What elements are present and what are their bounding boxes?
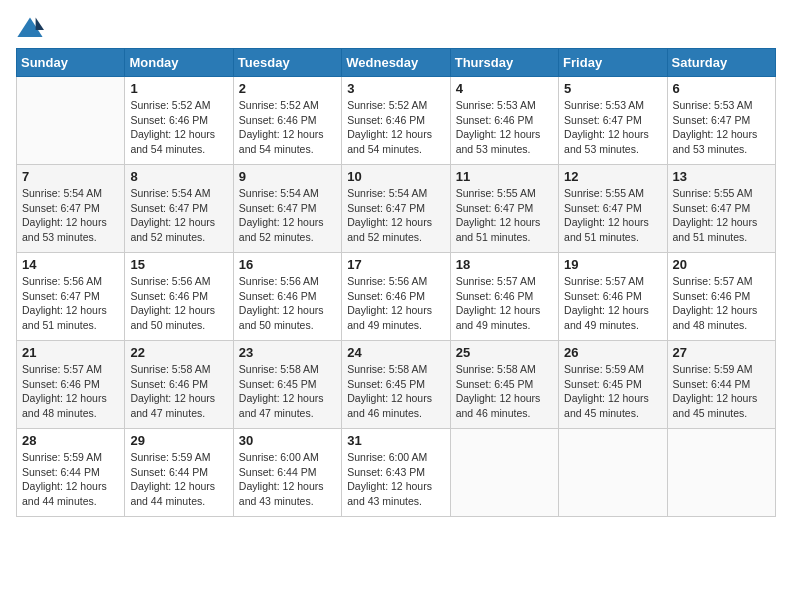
calendar-week-row: 7Sunrise: 5:54 AM Sunset: 6:47 PM Daylig… (17, 165, 776, 253)
day-number: 11 (456, 169, 553, 184)
calendar-cell: 7Sunrise: 5:54 AM Sunset: 6:47 PM Daylig… (17, 165, 125, 253)
calendar-cell: 27Sunrise: 5:59 AM Sunset: 6:44 PM Dayli… (667, 341, 775, 429)
day-info: Sunrise: 5:54 AM Sunset: 6:47 PM Dayligh… (22, 186, 119, 245)
calendar-header-thursday: Thursday (450, 49, 558, 77)
day-number: 10 (347, 169, 444, 184)
day-number: 1 (130, 81, 227, 96)
day-info: Sunrise: 5:59 AM Sunset: 6:45 PM Dayligh… (564, 362, 661, 421)
calendar-table: SundayMondayTuesdayWednesdayThursdayFrid… (16, 48, 776, 517)
day-number: 19 (564, 257, 661, 272)
day-number: 4 (456, 81, 553, 96)
day-number: 27 (673, 345, 770, 360)
calendar-cell: 11Sunrise: 5:55 AM Sunset: 6:47 PM Dayli… (450, 165, 558, 253)
day-info: Sunrise: 5:52 AM Sunset: 6:46 PM Dayligh… (130, 98, 227, 157)
day-info: Sunrise: 5:58 AM Sunset: 6:45 PM Dayligh… (347, 362, 444, 421)
day-number: 18 (456, 257, 553, 272)
calendar-header-sunday: Sunday (17, 49, 125, 77)
calendar-cell: 12Sunrise: 5:55 AM Sunset: 6:47 PM Dayli… (559, 165, 667, 253)
day-info: Sunrise: 5:54 AM Sunset: 6:47 PM Dayligh… (239, 186, 336, 245)
calendar-cell: 8Sunrise: 5:54 AM Sunset: 6:47 PM Daylig… (125, 165, 233, 253)
logo (16, 16, 48, 40)
day-number: 5 (564, 81, 661, 96)
day-number: 24 (347, 345, 444, 360)
day-number: 23 (239, 345, 336, 360)
calendar-cell: 23Sunrise: 5:58 AM Sunset: 6:45 PM Dayli… (233, 341, 341, 429)
calendar-cell: 1Sunrise: 5:52 AM Sunset: 6:46 PM Daylig… (125, 77, 233, 165)
day-number: 13 (673, 169, 770, 184)
calendar-cell: 25Sunrise: 5:58 AM Sunset: 6:45 PM Dayli… (450, 341, 558, 429)
day-number: 26 (564, 345, 661, 360)
calendar-week-row: 14Sunrise: 5:56 AM Sunset: 6:47 PM Dayli… (17, 253, 776, 341)
calendar-cell: 21Sunrise: 5:57 AM Sunset: 6:46 PM Dayli… (17, 341, 125, 429)
day-info: Sunrise: 5:56 AM Sunset: 6:46 PM Dayligh… (130, 274, 227, 333)
day-info: Sunrise: 5:59 AM Sunset: 6:44 PM Dayligh… (130, 450, 227, 509)
day-info: Sunrise: 5:59 AM Sunset: 6:44 PM Dayligh… (22, 450, 119, 509)
calendar-cell: 9Sunrise: 5:54 AM Sunset: 6:47 PM Daylig… (233, 165, 341, 253)
day-number: 8 (130, 169, 227, 184)
calendar-cell: 22Sunrise: 5:58 AM Sunset: 6:46 PM Dayli… (125, 341, 233, 429)
day-number: 20 (673, 257, 770, 272)
calendar-cell: 15Sunrise: 5:56 AM Sunset: 6:46 PM Dayli… (125, 253, 233, 341)
day-info: Sunrise: 5:57 AM Sunset: 6:46 PM Dayligh… (22, 362, 119, 421)
calendar-cell: 13Sunrise: 5:55 AM Sunset: 6:47 PM Dayli… (667, 165, 775, 253)
day-info: Sunrise: 5:57 AM Sunset: 6:46 PM Dayligh… (456, 274, 553, 333)
calendar-cell: 29Sunrise: 5:59 AM Sunset: 6:44 PM Dayli… (125, 429, 233, 517)
day-number: 25 (456, 345, 553, 360)
calendar-cell: 28Sunrise: 5:59 AM Sunset: 6:44 PM Dayli… (17, 429, 125, 517)
calendar-header-tuesday: Tuesday (233, 49, 341, 77)
calendar-header-monday: Monday (125, 49, 233, 77)
day-number: 6 (673, 81, 770, 96)
day-info: Sunrise: 5:55 AM Sunset: 6:47 PM Dayligh… (673, 186, 770, 245)
day-info: Sunrise: 6:00 AM Sunset: 6:43 PM Dayligh… (347, 450, 444, 509)
calendar-cell: 4Sunrise: 5:53 AM Sunset: 6:46 PM Daylig… (450, 77, 558, 165)
day-number: 16 (239, 257, 336, 272)
calendar-cell: 31Sunrise: 6:00 AM Sunset: 6:43 PM Dayli… (342, 429, 450, 517)
day-number: 7 (22, 169, 119, 184)
calendar-header-wednesday: Wednesday (342, 49, 450, 77)
day-info: Sunrise: 5:53 AM Sunset: 6:47 PM Dayligh… (564, 98, 661, 157)
calendar-cell (17, 77, 125, 165)
day-info: Sunrise: 5:58 AM Sunset: 6:45 PM Dayligh… (456, 362, 553, 421)
calendar-cell: 26Sunrise: 5:59 AM Sunset: 6:45 PM Dayli… (559, 341, 667, 429)
calendar-cell: 17Sunrise: 5:56 AM Sunset: 6:46 PM Dayli… (342, 253, 450, 341)
day-info: Sunrise: 5:57 AM Sunset: 6:46 PM Dayligh… (564, 274, 661, 333)
day-info: Sunrise: 5:54 AM Sunset: 6:47 PM Dayligh… (130, 186, 227, 245)
day-number: 21 (22, 345, 119, 360)
day-number: 15 (130, 257, 227, 272)
day-info: Sunrise: 5:56 AM Sunset: 6:47 PM Dayligh… (22, 274, 119, 333)
day-number: 22 (130, 345, 227, 360)
calendar-cell: 6Sunrise: 5:53 AM Sunset: 6:47 PM Daylig… (667, 77, 775, 165)
day-number: 17 (347, 257, 444, 272)
day-number: 9 (239, 169, 336, 184)
day-info: Sunrise: 5:55 AM Sunset: 6:47 PM Dayligh… (564, 186, 661, 245)
calendar-cell: 18Sunrise: 5:57 AM Sunset: 6:46 PM Dayli… (450, 253, 558, 341)
day-number: 31 (347, 433, 444, 448)
calendar-week-row: 1Sunrise: 5:52 AM Sunset: 6:46 PM Daylig… (17, 77, 776, 165)
day-number: 12 (564, 169, 661, 184)
calendar-header-row: SundayMondayTuesdayWednesdayThursdayFrid… (17, 49, 776, 77)
day-number: 2 (239, 81, 336, 96)
day-info: Sunrise: 5:59 AM Sunset: 6:44 PM Dayligh… (673, 362, 770, 421)
calendar-week-row: 21Sunrise: 5:57 AM Sunset: 6:46 PM Dayli… (17, 341, 776, 429)
calendar-cell: 3Sunrise: 5:52 AM Sunset: 6:46 PM Daylig… (342, 77, 450, 165)
day-info: Sunrise: 5:56 AM Sunset: 6:46 PM Dayligh… (239, 274, 336, 333)
day-number: 28 (22, 433, 119, 448)
calendar-cell: 14Sunrise: 5:56 AM Sunset: 6:47 PM Dayli… (17, 253, 125, 341)
day-info: Sunrise: 5:53 AM Sunset: 6:46 PM Dayligh… (456, 98, 553, 157)
calendar-cell: 2Sunrise: 5:52 AM Sunset: 6:46 PM Daylig… (233, 77, 341, 165)
calendar-cell (559, 429, 667, 517)
calendar-week-row: 28Sunrise: 5:59 AM Sunset: 6:44 PM Dayli… (17, 429, 776, 517)
calendar-header-saturday: Saturday (667, 49, 775, 77)
calendar-cell: 10Sunrise: 5:54 AM Sunset: 6:47 PM Dayli… (342, 165, 450, 253)
day-number: 29 (130, 433, 227, 448)
day-info: Sunrise: 5:55 AM Sunset: 6:47 PM Dayligh… (456, 186, 553, 245)
calendar-cell: 24Sunrise: 5:58 AM Sunset: 6:45 PM Dayli… (342, 341, 450, 429)
day-number: 3 (347, 81, 444, 96)
day-number: 30 (239, 433, 336, 448)
calendar-cell: 19Sunrise: 5:57 AM Sunset: 6:46 PM Dayli… (559, 253, 667, 341)
day-info: Sunrise: 5:56 AM Sunset: 6:46 PM Dayligh… (347, 274, 444, 333)
page-header (16, 16, 776, 40)
calendar-cell (450, 429, 558, 517)
day-info: Sunrise: 5:52 AM Sunset: 6:46 PM Dayligh… (347, 98, 444, 157)
day-info: Sunrise: 5:58 AM Sunset: 6:46 PM Dayligh… (130, 362, 227, 421)
